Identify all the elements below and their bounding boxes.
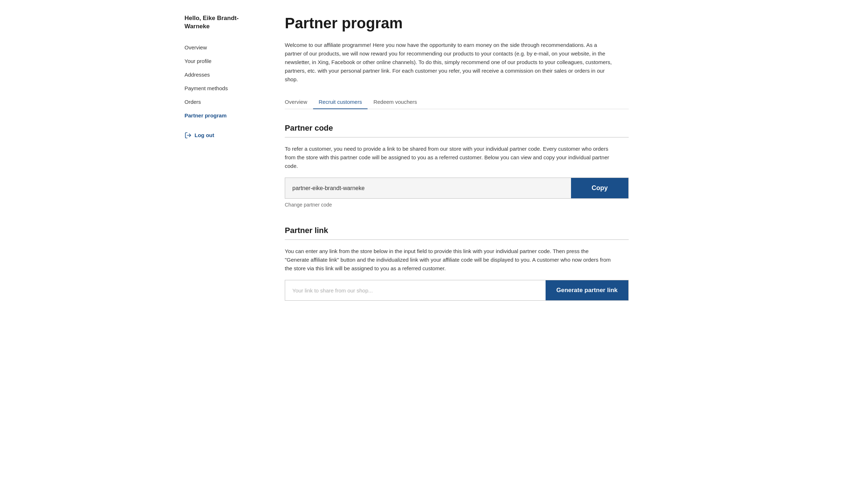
sidebar: Hello, Eike Brandt-Warneke Overview Your…: [184, 14, 263, 490]
sidebar-item-partner-program[interactable]: Partner program: [184, 109, 263, 122]
partner-link-input[interactable]: [285, 280, 546, 300]
partner-link-section: Partner link You can enter any link from…: [285, 226, 629, 301]
partner-code-input[interactable]: [285, 178, 571, 198]
sidebar-link-addresses[interactable]: Addresses: [184, 72, 210, 78]
sidebar-item-payment[interactable]: Payment methods: [184, 82, 263, 95]
partner-link-input-row: Generate partner link: [285, 280, 629, 301]
intro-text: Welcome to our affiliate programme! Here…: [285, 41, 614, 84]
partner-code-input-row: Copy: [285, 178, 629, 199]
sidebar-link-profile[interactable]: Your profile: [184, 58, 211, 64]
tab-recruit-customers[interactable]: Recruit customers: [313, 95, 368, 109]
sidebar-logout[interactable]: Log out: [184, 128, 263, 142]
tab-redeem-vouchers[interactable]: Redeem vouchers: [368, 95, 423, 109]
partner-code-description: To refer a customer, you need to provide…: [285, 145, 614, 170]
partner-code-divider: [285, 137, 629, 137]
logout-icon: [184, 132, 192, 139]
sidebar-nav: Overview Your profile Addresses Payment …: [184, 41, 263, 122]
partner-link-description: You can enter any link from the store be…: [285, 247, 614, 273]
partner-code-section: Partner code To refer a customer, you ne…: [285, 123, 629, 208]
sidebar-item-profile[interactable]: Your profile: [184, 54, 263, 68]
sidebar-link-payment[interactable]: Payment methods: [184, 85, 228, 91]
sidebar-greeting: Hello, Eike Brandt-Warneke: [184, 14, 263, 31]
partner-link-divider: [285, 239, 629, 240]
partner-link-title: Partner link: [285, 226, 629, 235]
generate-partner-link-button[interactable]: Generate partner link: [546, 280, 628, 300]
sidebar-item-orders[interactable]: Orders: [184, 95, 263, 109]
copy-button[interactable]: Copy: [571, 178, 628, 198]
sidebar-link-overview[interactable]: Overview: [184, 44, 207, 50]
sidebar-link-partner-program[interactable]: Partner program: [184, 112, 227, 118]
partner-code-title: Partner code: [285, 123, 629, 133]
sidebar-item-addresses[interactable]: Addresses: [184, 68, 263, 82]
change-code-link[interactable]: Change partner code: [285, 202, 332, 208]
main-content: Partner program Welcome to our affiliate…: [285, 14, 629, 490]
sidebar-item-overview[interactable]: Overview: [184, 41, 263, 54]
tab-overview[interactable]: Overview: [285, 95, 313, 109]
sidebar-link-orders[interactable]: Orders: [184, 99, 201, 105]
page-title: Partner program: [285, 14, 629, 32]
tabs: Overview Recruit customers Redeem vouche…: [285, 95, 629, 109]
logout-link[interactable]: Log out: [195, 132, 214, 138]
